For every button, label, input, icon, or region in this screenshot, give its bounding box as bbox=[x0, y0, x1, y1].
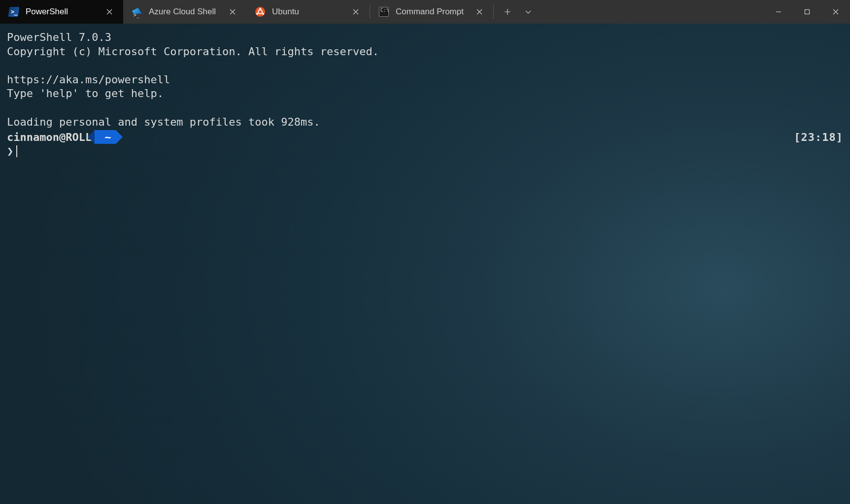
tab-label: Azure Cloud Shell bbox=[149, 7, 219, 17]
terminal-line: https://aka.ms/powershell bbox=[7, 73, 170, 86]
prompt-left: cinnamon@ROLL ~ bbox=[7, 130, 116, 144]
powershell-icon bbox=[9, 7, 19, 17]
titlebar: PowerShell Azure Cloud Shell Ubuntu Co bbox=[0, 0, 850, 24]
tabs-extra bbox=[494, 0, 542, 24]
ubuntu-icon bbox=[255, 7, 265, 17]
terminal-output: PowerShell 7.0.3 Copyright (c) Microsoft… bbox=[7, 31, 843, 129]
terminal-line: Type 'help' to get help. bbox=[7, 87, 164, 100]
minimize-button[interactable] bbox=[764, 0, 793, 24]
maximize-button[interactable] bbox=[793, 0, 821, 24]
close-icon[interactable] bbox=[473, 5, 486, 19]
text-cursor bbox=[16, 145, 17, 157]
svg-rect-0 bbox=[805, 10, 810, 14]
terminal-pane[interactable]: PowerShell 7.0.3 Copyright (c) Microsoft… bbox=[0, 24, 850, 504]
close-window-button[interactable] bbox=[821, 0, 850, 24]
tab-azure-cloud-shell[interactable]: Azure Cloud Shell bbox=[123, 0, 246, 24]
tab-strip: PowerShell Azure Cloud Shell Ubuntu Co bbox=[0, 0, 542, 24]
new-tab-button[interactable] bbox=[498, 4, 517, 20]
prompt-time: [23:18] bbox=[794, 131, 843, 143]
window-controls bbox=[764, 0, 850, 24]
prompt-caret: ❯ bbox=[7, 145, 13, 157]
tab-dropdown-button[interactable] bbox=[518, 4, 538, 20]
close-icon[interactable] bbox=[226, 5, 239, 19]
prompt-row: cinnamon@ROLL ~ [23:18] bbox=[7, 130, 843, 144]
prompt-path-text: ~ bbox=[104, 131, 111, 143]
terminal-line: Copyright (c) Microsoft Corporation. All… bbox=[7, 45, 379, 58]
tab-label: Command Prompt bbox=[396, 7, 466, 17]
terminal-line: Loading personal and system profiles too… bbox=[7, 116, 320, 128]
tab-ubuntu[interactable]: Ubuntu bbox=[246, 0, 370, 24]
close-icon[interactable] bbox=[349, 5, 363, 19]
tab-label: Ubuntu bbox=[272, 7, 342, 17]
tab-powershell[interactable]: PowerShell bbox=[0, 0, 123, 24]
cmd-icon bbox=[379, 7, 389, 17]
azure-icon bbox=[132, 7, 142, 17]
prompt-path-segment: ~ bbox=[95, 130, 116, 144]
title-spacer[interactable] bbox=[542, 0, 764, 24]
prompt-user-host: cinnamon@ROLL bbox=[7, 131, 92, 143]
terminal-line: PowerShell 7.0.3 bbox=[7, 31, 111, 43]
tab-command-prompt[interactable]: Command Prompt bbox=[370, 0, 493, 24]
close-icon[interactable] bbox=[102, 5, 116, 19]
tab-label: PowerShell bbox=[26, 7, 96, 17]
prompt-input-line[interactable]: ❯ bbox=[7, 145, 843, 157]
